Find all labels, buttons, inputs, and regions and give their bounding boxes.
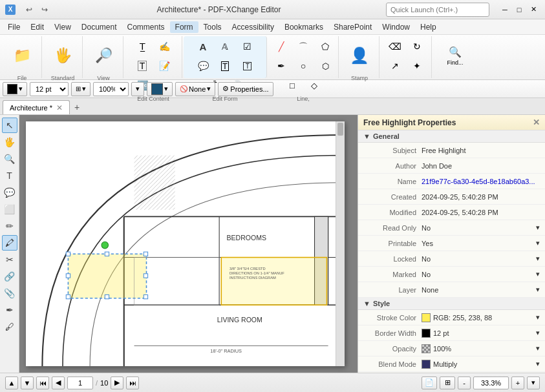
nav-first-btn[interactable]: ⏮ xyxy=(36,377,49,389)
rect-tool-btn[interactable]: ⬜ xyxy=(2,201,17,217)
standard-button[interactable]: 🖐 xyxy=(46,37,80,74)
select-tool-btn[interactable]: ↖ xyxy=(2,118,17,133)
form-stamp-btn[interactable]: 🅃 xyxy=(237,57,257,75)
zoom-in-btn[interactable]: + xyxy=(511,377,524,389)
form-balloon-btn[interactable]: 💬 xyxy=(193,57,213,75)
page-layout-btn[interactable]: 📄 xyxy=(422,377,437,389)
menu-form[interactable]: Form xyxy=(170,21,198,33)
sign-tool-btn[interactable]: ✒ xyxy=(2,302,17,318)
text-select-btn[interactable]: T̲ xyxy=(132,37,153,56)
zoom-select[interactable]: 100% xyxy=(93,82,129,96)
scroll-down-btn[interactable]: ▼ xyxy=(21,377,34,389)
menu-accessibility[interactable]: Accessibility xyxy=(227,21,279,33)
attach-tool-btn[interactable]: 📎 xyxy=(2,285,17,301)
close-button[interactable]: ✕ xyxy=(527,4,540,15)
highlight-tool-btn[interactable]: 🖍 xyxy=(2,235,17,251)
rect-btn[interactable]: □ xyxy=(282,76,303,94)
line-tool-btn[interactable]: ╱ xyxy=(271,37,292,56)
find-button[interactable]: 🔍 Find... xyxy=(436,37,475,74)
menu-file[interactable]: File xyxy=(3,21,25,33)
menu-bookmarks[interactable]: Bookmarks xyxy=(279,21,328,33)
props-close-btn[interactable]: ✕ xyxy=(533,118,540,127)
locked-dropdown-arrow[interactable]: ▾ xyxy=(536,254,540,263)
star-btn[interactable]: ✦ xyxy=(407,57,427,75)
menu-tools[interactable]: Tools xyxy=(198,21,227,33)
pen-btn[interactable]: ✒ xyxy=(271,57,292,75)
menu-edit[interactable]: Edit xyxy=(25,21,49,33)
name-value[interactable]: 21f9e77c-6a30-4e5d-8e18ab60a3... xyxy=(422,178,540,185)
file-button[interactable]: 📁 xyxy=(5,37,39,74)
polygon-btn[interactable]: ⬠ xyxy=(315,37,336,56)
marked-dropdown-arrow[interactable]: ▾ xyxy=(536,270,540,278)
opacity-dropdown-arrow[interactable]: ▾ xyxy=(536,344,540,353)
content-edit-btn[interactable]: 📝 xyxy=(154,57,175,75)
pan-tool-btn[interactable]: 🖐 xyxy=(2,134,17,150)
form-check-btn[interactable]: ☑ xyxy=(237,37,257,56)
toolbar2: ▾ 12 pt ⊞ ▾ 100% ▾ ▾ 🚫 None ▾ ⚙ Properti… xyxy=(0,80,545,98)
fit-page-btn[interactable]: ⊞ xyxy=(440,377,455,389)
zoom-dropdown-btn[interactable]: ▾ xyxy=(131,82,144,96)
undo-button[interactable]: ↩ xyxy=(22,4,36,15)
cursor-btn[interactable]: ↗ xyxy=(385,57,405,75)
rotate-btn[interactable]: ↻ xyxy=(407,37,427,56)
crop-tool-btn[interactable]: ✂ xyxy=(2,252,17,267)
toolbar2-dropdown-btn[interactable]: ▾ xyxy=(3,82,27,96)
nav-prev-btn[interactable]: ◀ xyxy=(52,377,65,389)
arc-btn[interactable]: ⌒ xyxy=(293,37,314,56)
zoom-out-btn[interactable]: - xyxy=(458,377,471,389)
stamp-tool-btn[interactable]: 🖋 xyxy=(2,319,17,335)
tab-architecture[interactable]: Architecture * ✕ xyxy=(3,100,70,114)
zoom-level-input[interactable] xyxy=(473,377,509,389)
diamond-btn[interactable]: ◇ xyxy=(304,76,325,94)
scroll-indicator[interactable] xyxy=(336,121,345,366)
menu-document[interactable]: Document xyxy=(76,21,122,33)
view-button[interactable]: 🔎 xyxy=(87,37,120,74)
link-tool-btn[interactable]: 🔗 xyxy=(2,269,17,284)
hexagon-btn[interactable]: ⬡ xyxy=(315,57,336,75)
page-number-input[interactable] xyxy=(67,377,93,389)
none-btn[interactable]: 🚫 None ▾ xyxy=(175,82,215,96)
nav-next-btn[interactable]: ▶ xyxy=(111,377,123,389)
menu-sharepoint[interactable]: SharePoint xyxy=(328,21,377,33)
general-section-header[interactable]: ▼ General xyxy=(358,130,545,143)
minimize-button[interactable]: ─ xyxy=(498,4,511,15)
tab-add-btn[interactable]: + xyxy=(70,100,84,114)
layer-dropdown-arrow[interactable]: ▾ xyxy=(536,285,540,294)
readonly-dropdown-arrow[interactable]: ▾ xyxy=(536,223,540,232)
menu-comments[interactable]: Comments xyxy=(122,21,170,33)
border-width-dropdown-arrow[interactable]: ▾ xyxy=(536,329,540,337)
draw-tool-btn[interactable]: ✏ xyxy=(2,218,17,234)
stamp-button[interactable]: 👤 xyxy=(343,37,376,74)
text-edit-btn[interactable]: ✍ xyxy=(154,37,175,56)
style-section-header[interactable]: ▼ Style xyxy=(358,298,545,310)
quick-launch-input[interactable] xyxy=(386,3,489,17)
form-text-btn[interactable]: A xyxy=(193,37,213,56)
blend-mode-dropdown-arrow[interactable]: ▾ xyxy=(536,360,540,368)
text-box-btn[interactable]: T xyxy=(132,57,153,75)
circle-btn[interactable]: ○ xyxy=(293,57,314,75)
form-text-icon: A xyxy=(200,42,207,52)
properties-btn[interactable]: ⚙ Properties... xyxy=(218,82,273,96)
form-field-btn[interactable]: 𝔸 xyxy=(215,37,235,56)
font-size-select[interactable]: 12 pt xyxy=(30,82,69,96)
eraser-btn[interactable]: ⌫ xyxy=(385,37,405,56)
stroke-color-text: RGB: 255, 238, 88 xyxy=(433,314,533,322)
menu-help[interactable]: Help xyxy=(415,21,442,33)
tab-close-btn[interactable]: ✕ xyxy=(56,103,63,112)
nav-last-btn[interactable]: ⏭ xyxy=(126,377,139,389)
menu-view[interactable]: View xyxy=(49,21,76,33)
pattern-btn[interactable]: ⊞ ▾ xyxy=(71,82,91,96)
menu-window[interactable]: Window xyxy=(377,21,415,33)
maximize-button[interactable]: □ xyxy=(513,4,526,15)
comment-tool-btn[interactable]: 💬 xyxy=(2,185,17,200)
printable-dropdown-arrow[interactable]: ▾ xyxy=(536,239,540,247)
zoom-tool-btn[interactable]: 🔍 xyxy=(2,151,17,167)
color-btn[interactable]: ▾ xyxy=(147,82,173,96)
redo-button[interactable]: ↪ xyxy=(37,4,52,15)
zoom-dropdown-status-btn[interactable]: ▾ xyxy=(527,377,540,389)
form-text2-btn[interactable]: T xyxy=(215,57,235,75)
stroke-color-dropdown-arrow[interactable]: ▾ xyxy=(536,313,540,322)
text-tool-btn[interactable]: T xyxy=(2,168,17,183)
scroll-up-btn[interactable]: ▲ xyxy=(5,377,18,389)
svg-rect-0 xyxy=(28,121,341,366)
